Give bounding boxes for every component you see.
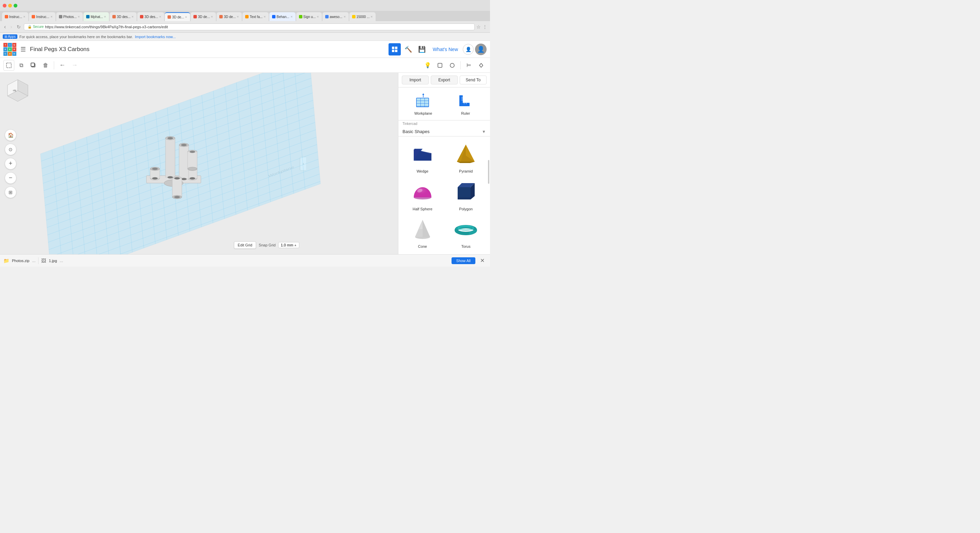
header-actions: 🔨 💾 What's New 👤 👤	[388, 43, 487, 56]
menu-button[interactable]: ⋮	[482, 24, 487, 30]
svg-marker-112	[457, 162, 475, 163]
tools-button[interactable]: 🔨	[402, 43, 414, 56]
snap-value-input[interactable]: 1.0 mm ▲	[278, 242, 299, 248]
tab-3d4[interactable]: 3D de... ✕	[216, 12, 242, 21]
edit-grid-button[interactable]: Edit Grid	[234, 241, 256, 249]
tinkercad-logo[interactable]: T I N K E R C A D	[3, 43, 16, 56]
halfsphere-preview	[409, 178, 436, 206]
file1-name[interactable]: Photos.zip	[12, 259, 29, 263]
traffic-lights	[3, 4, 18, 8]
side-controls: 🏠 ⊙ + − ⊞	[5, 129, 16, 198]
user-add-button[interactable]: 👤	[463, 44, 474, 55]
group-button[interactable]: ⧉	[16, 60, 27, 71]
panel-tools: Workplane	[398, 87, 490, 121]
shape-halfsphere[interactable]: Half Sphere	[402, 178, 443, 213]
light-button[interactable]: 💡	[422, 60, 433, 71]
svg-point-76	[167, 137, 173, 139]
traffic-light-red[interactable]	[3, 4, 6, 8]
tab-signup[interactable]: Sign u... ✕	[296, 12, 322, 21]
tab-label: Text fa...	[250, 15, 262, 19]
undo-button[interactable]: ←	[57, 60, 68, 71]
svg-point-77	[167, 176, 173, 178]
grid-controls: Edit Grid Snap Grid 1.0 mm ▲	[234, 241, 299, 249]
tab-label: Sign u...	[304, 15, 316, 19]
snap-value: 1.0 mm	[281, 243, 293, 247]
perspective-button[interactable]: ⊙	[5, 144, 16, 155]
svg-point-9	[450, 63, 454, 67]
shape-halfsphere-label: Half Sphere	[413, 207, 433, 211]
shapes-dropdown[interactable]: Basic Shapes ▼	[398, 127, 490, 136]
shape-button[interactable]	[434, 60, 445, 71]
ruler-tool[interactable]: Ruler	[457, 92, 474, 115]
apps-button[interactable]: ⊞ Apps	[3, 34, 18, 39]
tab-3d1[interactable]: 3D des... ✕	[110, 12, 137, 21]
tab-behance[interactable]: Behan... ✕	[269, 12, 295, 21]
ruler-icon	[457, 92, 474, 109]
reload-button[interactable]: ↻	[15, 24, 22, 30]
bottom-bar: 📁 Photos.zip ... 🖼 1.jpg ... Show All ✕	[0, 254, 490, 266]
svg-text:obj: obj	[13, 89, 16, 92]
tab-instruc2[interactable]: Instruc... ✕	[29, 12, 55, 21]
shape-wedge[interactable]: Wedge	[402, 141, 443, 175]
import-bookmarks-link[interactable]: Import bookmarks now...	[135, 35, 176, 39]
svg-rect-79	[172, 178, 182, 197]
send-to-button[interactable]: Send To	[460, 76, 487, 84]
tab-label: Mphat...	[91, 15, 103, 19]
tab-label: 3D de...	[224, 15, 235, 19]
shape-torus[interactable]: Torus	[446, 216, 486, 250]
star-button[interactable]: ☆	[476, 24, 481, 30]
address-input[interactable]: 🔒 Secure https://www.tinkercad.com/thing…	[24, 24, 475, 30]
tab-textfac[interactable]: Text fa... ✕	[242, 12, 269, 21]
tab-15000[interactable]: 15000 ... ✕	[349, 12, 376, 21]
tab-photos[interactable]: Photos... ✕	[56, 12, 83, 21]
file1-icon: 📁	[3, 258, 9, 263]
zoom-in-button[interactable]: +	[5, 158, 16, 170]
svg-point-67	[190, 177, 195, 179]
workplane-tool[interactable]: Workplane	[414, 92, 432, 115]
orientation-cube[interactable]: obj	[5, 78, 30, 103]
tab-3d3[interactable]: 3D de... ✕	[191, 12, 216, 21]
user-avatar[interactable]: 👤	[475, 44, 487, 55]
duplicate-button[interactable]	[28, 60, 39, 71]
app-header: T I N K E R C A D ☰ Final Pegs X3 Carbon…	[0, 41, 490, 58]
delete-button[interactable]: 🗑	[40, 60, 51, 71]
traffic-light-green[interactable]	[14, 4, 18, 8]
tab-3d2[interactable]: 3D des... ✕	[137, 12, 164, 21]
traffic-light-yellow[interactable]	[8, 4, 12, 8]
tab-instruc1[interactable]: Instruc... ✕	[2, 12, 28, 21]
tab-linkedin[interactable]: Mphat... ✕	[83, 12, 109, 21]
workplane-label: Workplane	[414, 111, 432, 115]
file1-dots[interactable]: ...	[32, 259, 35, 263]
svg-rect-0	[392, 47, 394, 49]
forward-button[interactable]: ›	[9, 23, 13, 31]
back-button[interactable]: ‹	[3, 23, 7, 31]
shape-polygon[interactable]: Polygon	[446, 178, 486, 213]
tab-3d-active[interactable]: 3D de... ✕	[165, 12, 190, 21]
import-button[interactable]: Import	[402, 76, 429, 84]
shape-cone-label: Cone	[418, 244, 427, 249]
deselect-button[interactable]	[3, 60, 14, 71]
canvas-area[interactable]: obj 🏠 ⊙ + − ⊞ ›	[0, 73, 398, 254]
shape-cone[interactable]: Cone	[402, 216, 443, 250]
whats-new-button[interactable]: What's New	[430, 45, 461, 54]
fit-view-button[interactable]: ⊞	[5, 187, 16, 198]
flip-button[interactable]	[476, 60, 487, 71]
home-view-button[interactable]: 🏠	[5, 129, 16, 141]
svg-rect-87	[417, 98, 429, 107]
tab-awesome[interactable]: aweso... ✕	[323, 12, 348, 21]
bottom-close-button[interactable]: ✕	[478, 257, 487, 265]
align-button[interactable]: ⊨	[463, 60, 474, 71]
export-button[interactable]: Export	[431, 76, 458, 84]
shapes-scrollbar[interactable]	[488, 136, 489, 254]
circle-button[interactable]	[447, 60, 458, 71]
show-all-button[interactable]: Show All	[452, 257, 476, 264]
menu-icon[interactable]: ☰	[19, 44, 27, 54]
shape-pyramid[interactable]: Pyramid	[446, 141, 486, 175]
grid-view-button[interactable]	[388, 43, 401, 56]
file2-dots[interactable]: ...	[60, 259, 63, 263]
share-button[interactable]: 💾	[416, 43, 428, 56]
redo-button[interactable]: →	[69, 60, 80, 71]
title-bar	[0, 0, 490, 11]
zoom-out-button[interactable]: −	[5, 172, 16, 184]
file2-name[interactable]: 1.jpg	[49, 259, 57, 263]
